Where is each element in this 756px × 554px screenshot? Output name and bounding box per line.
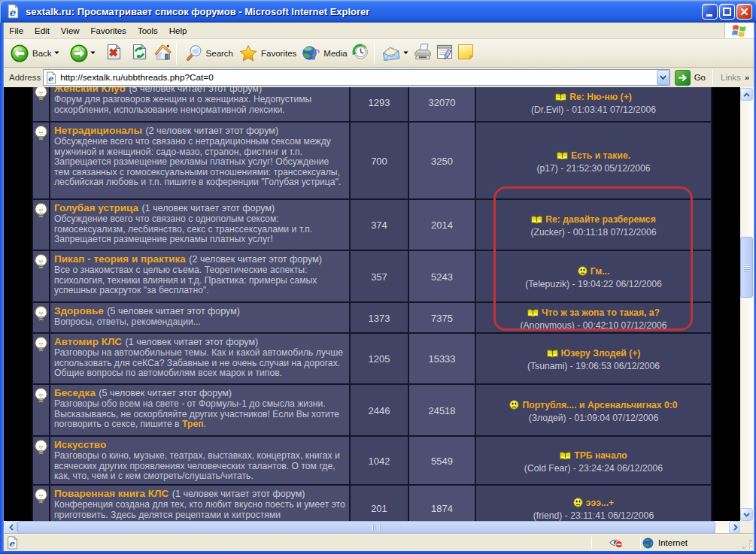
lastpost-link[interactable]: Юзеру Злодей (+) xyxy=(561,348,641,359)
menu-tools[interactable]: Tools xyxy=(132,24,163,38)
forum-readers: (5 человек читает этот форум) xyxy=(129,87,262,94)
forward-dropdown-icon[interactable] xyxy=(90,51,96,55)
resize-grip[interactable] xyxy=(742,540,752,549)
bulb-cell xyxy=(33,123,49,198)
forum-title-link[interactable]: Пикап - теория и практика xyxy=(54,253,186,265)
forum-title-link[interactable]: Здоровье xyxy=(54,305,104,316)
forum-readers: (1 человек читает этот форум) xyxy=(142,203,275,213)
menu-view[interactable]: View xyxy=(55,24,85,38)
history-icon xyxy=(351,43,369,61)
edit-button[interactable] xyxy=(436,43,454,64)
topics-cell: 201 xyxy=(351,486,408,521)
bulb-cell xyxy=(33,200,49,250)
address-input[interactable]: http://sextalk.ru/ubbthreads.php?Cat=0 xyxy=(43,69,669,86)
menu-help[interactable]: Help xyxy=(163,24,193,38)
back-dropdown-icon[interactable] xyxy=(54,51,59,55)
forum-description: Разговоры обо всем на свете - от Формулы… xyxy=(54,399,346,430)
address-dropdown-button[interactable] xyxy=(657,70,669,85)
bulb-icon xyxy=(35,388,47,404)
forum-cell: Здоровье (5 человек читает этот форум)Во… xyxy=(50,303,349,332)
toolbar: Back xyxy=(4,39,754,68)
scroll-down-button[interactable] xyxy=(740,508,753,521)
scroll-up-button[interactable] xyxy=(740,88,753,101)
windows-flag-icon xyxy=(730,23,748,38)
chevron-down-icon xyxy=(660,75,666,80)
mail-dropdown-icon[interactable] xyxy=(403,51,408,55)
topics-cell: 2446 xyxy=(351,385,408,435)
horizontal-scroll-thumb[interactable] xyxy=(17,521,715,534)
chevron-down-icon xyxy=(743,513,750,517)
posts-cell: 2014 xyxy=(409,200,475,250)
menu-edit[interactable]: Edit xyxy=(29,24,56,38)
messenger-button[interactable] xyxy=(457,43,475,64)
forum-row: Искусство Разговоры о кино, музыке, теат… xyxy=(33,437,711,484)
go-arrow-icon xyxy=(678,74,688,82)
menu-file[interactable]: File xyxy=(4,24,29,38)
forum-title-link[interactable]: Автомир КЛС xyxy=(54,336,122,347)
stop-button[interactable] xyxy=(105,43,123,64)
go-label[interactable]: Go xyxy=(694,73,706,82)
minimize-icon xyxy=(703,5,718,20)
horizontal-scrollbar[interactable] xyxy=(4,521,740,534)
go-button[interactable] xyxy=(675,70,691,86)
privacy-blocked-icon[interactable] xyxy=(609,537,624,549)
windows-logo xyxy=(724,23,754,38)
search-label: Search xyxy=(206,49,233,58)
back-button[interactable]: Back xyxy=(11,44,59,62)
posts-cell: 5243 xyxy=(409,251,475,301)
forum-cell: Искусство Разговоры о кино, музыке, теат… xyxy=(50,437,349,484)
minimize-button[interactable] xyxy=(702,4,718,20)
forum-description: Конференция создана для тех, кто любит в… xyxy=(54,500,346,520)
forum-title-link[interactable]: Нетрадиционалы xyxy=(54,125,142,136)
forward-button[interactable] xyxy=(70,44,96,62)
search-button[interactable]: Search xyxy=(185,44,233,62)
messenger-icon xyxy=(457,43,475,61)
lastpost-link[interactable]: Есть и такие. xyxy=(571,150,630,161)
lastpost-link[interactable]: ТРБ начало xyxy=(574,450,627,461)
scrollbar-corner xyxy=(740,521,754,534)
lastpost-info: (Tsunami) - 19:06:53 06/12/2006 xyxy=(476,361,711,371)
forum-cell: Женский Клуб (5 человек читает этот фору… xyxy=(50,87,349,121)
lastpost-link[interactable]: Re: Ню-ню (+) xyxy=(569,92,632,102)
favorites-button[interactable]: Favorites xyxy=(239,44,296,62)
links-chevron[interactable]: » xyxy=(745,73,749,82)
media-label: Media xyxy=(323,49,347,58)
forum-title-link[interactable]: Беседка xyxy=(54,387,96,398)
mail-button[interactable] xyxy=(381,44,408,62)
ie-page-icon-small xyxy=(46,71,57,84)
bulb-cell xyxy=(33,87,49,121)
vertical-scroll-thumb[interactable] xyxy=(740,237,753,298)
scroll-left-button[interactable] xyxy=(5,521,17,534)
refresh-button[interactable] xyxy=(131,43,148,64)
bulb-icon xyxy=(35,203,47,219)
lastpost-link[interactable]: Портубля.... и Арсенальчигнах 0:0 xyxy=(522,400,677,410)
forum-description-link[interactable]: Треп xyxy=(182,419,204,429)
forum-cell: Нетрадиционалы (2 человек читает этот фо… xyxy=(50,123,349,198)
forum-title-link[interactable]: Искусство xyxy=(54,439,106,450)
window-border-bottom xyxy=(0,551,756,554)
forum-title-link[interactable]: Голубая устрица xyxy=(54,202,138,213)
forum-title-link[interactable]: Женский Клуб xyxy=(54,87,126,94)
window-border-left xyxy=(0,23,4,551)
forum-cell: Автомир КЛС (1 человек читает этот форум… xyxy=(50,334,349,383)
posts-cell: 24518 xyxy=(409,385,475,435)
bulb-icon xyxy=(35,126,47,141)
home-button[interactable] xyxy=(153,43,172,64)
maximize-button[interactable] xyxy=(719,4,735,20)
back-label: Back xyxy=(32,49,52,58)
forum-row: Поваренная книга КЛС (1 человек читает э… xyxy=(33,486,711,521)
print-button[interactable] xyxy=(413,43,433,64)
menu-favorites[interactable]: Favorites xyxy=(85,24,132,38)
posts-cell: 32070 xyxy=(409,87,475,121)
history-button[interactable] xyxy=(351,43,369,64)
forum-description: Разговоры на автомобильные темы. Как и к… xyxy=(54,348,346,379)
close-button[interactable] xyxy=(736,4,752,20)
lastpost-info: (friend) - 23:11:41 06/12/2006 xyxy=(476,510,711,521)
forum-title-link[interactable]: Поваренная книга КЛС xyxy=(54,488,169,499)
vertical-scrollbar[interactable] xyxy=(740,87,754,521)
favorites-label: Favorites xyxy=(261,49,296,58)
ie-page-icon xyxy=(7,4,20,19)
links-label[interactable]: Links xyxy=(721,73,741,82)
media-button[interactable]: Media xyxy=(302,44,347,62)
lastpost-link[interactable]: эээ...+ xyxy=(586,498,614,508)
